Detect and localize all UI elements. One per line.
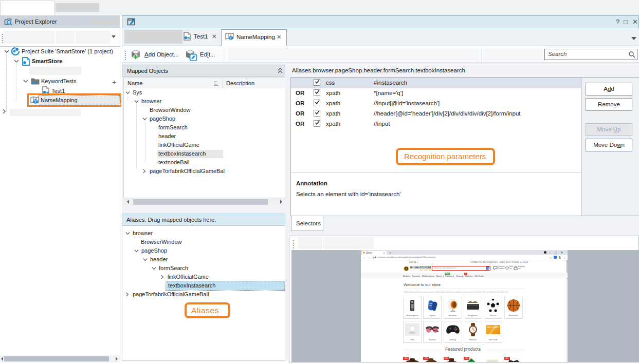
svg-text:GIFT CARDS: GIFT CARDS	[487, 327, 499, 329]
